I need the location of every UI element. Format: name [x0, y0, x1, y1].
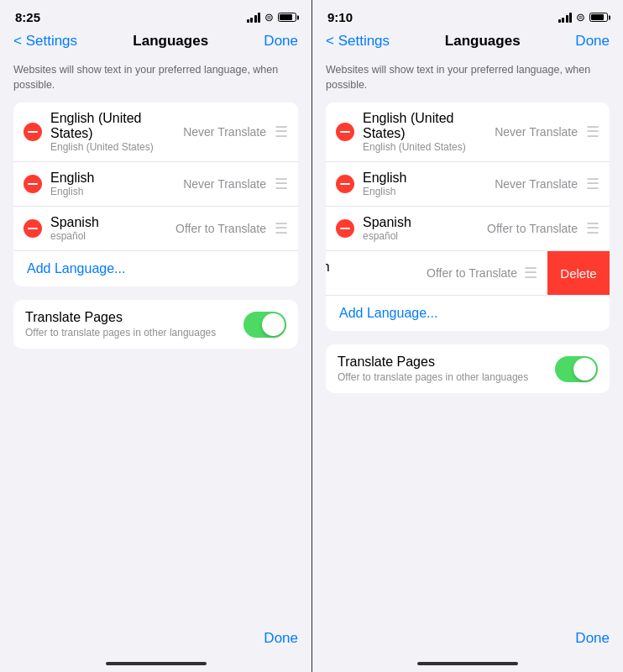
minus-button-left-0[interactable]: [24, 123, 42, 141]
translate-toggle-right[interactable]: [555, 356, 598, 382]
lang-subtitle-right-0: English (United States): [363, 141, 495, 153]
description-right: Websites will show text in your preferre…: [312, 56, 623, 102]
minus-button-right-2[interactable]: [336, 219, 354, 238]
languages-list-left: English (United States) English (United …: [13, 102, 298, 286]
drag-handle-right-2[interactable]: ☰: [586, 219, 599, 238]
french-item[interactable]: ench nçais Offer to Translate ☰: [326, 251, 547, 295]
signal-icon-right: [558, 13, 573, 23]
wifi-icon-left: ⊜: [264, 11, 274, 24]
translate-subtitle-right: Offer to translate pages in other langua…: [338, 371, 555, 383]
drag-handle-left-2[interactable]: ☰: [275, 219, 288, 238]
lang-subtitle-right-2: español: [363, 230, 487, 242]
add-language-right[interactable]: Add Language...: [326, 296, 610, 331]
signal-icon-left: [247, 13, 261, 23]
language-item-right-0[interactable]: English (United States) English (United …: [326, 102, 610, 162]
lang-action-left-1: Never Translate: [183, 177, 266, 191]
nav-bar-right: < Settings Languages Done: [312, 29, 623, 56]
lang-action-right-2: Offer to Translate: [487, 222, 578, 235]
french-item-wrapper: ench nçais Offer to Translate ☰ Delete: [326, 251, 610, 296]
translate-toggle-left[interactable]: [243, 312, 286, 338]
drag-handle-french[interactable]: ☰: [524, 264, 537, 282]
back-button-left[interactable]: < Settings: [13, 33, 77, 50]
status-icons-right: ⊜: [558, 11, 609, 24]
add-language-label-right: Add Language...: [339, 306, 437, 321]
lang-subtitle-right-1: English: [363, 186, 495, 197]
nav-title-right: Languages: [445, 33, 521, 50]
drag-handle-left-1[interactable]: ☰: [275, 175, 288, 193]
home-indicator-left: [106, 662, 207, 665]
translate-subtitle-left: Offer to translate pages in other langua…: [25, 327, 243, 339]
french-name-partial: ench: [326, 260, 427, 275]
french-sub-partial: nçais: [326, 275, 427, 286]
drag-handle-right-1[interactable]: ☰: [586, 175, 599, 193]
lang-action-right-1: Never Translate: [495, 177, 578, 191]
french-action: Offer to Translate: [427, 266, 517, 280]
lang-name-right-1: English: [363, 171, 495, 186]
lang-name-right-0: English (United States): [363, 111, 495, 141]
back-button-right[interactable]: < Settings: [326, 33, 390, 50]
lang-name-left-0: English (United States): [50, 111, 183, 141]
status-bar-right: 9:10 ⊜: [312, 0, 623, 29]
lang-subtitle-left-1: English: [50, 186, 183, 197]
lang-name-left-1: English: [50, 171, 183, 186]
battery-icon-right: [589, 13, 608, 22]
language-item-left-2[interactable]: Spanish español Offer to Translate ☰: [13, 207, 298, 251]
language-item-left-1[interactable]: English English Never Translate ☰: [13, 162, 298, 207]
status-bar-left: 8:25 ⊜: [0, 0, 312, 29]
drag-handle-right-0[interactable]: ☰: [586, 123, 599, 141]
translate-title-left: Translate Pages: [25, 310, 243, 325]
add-language-left[interactable]: Add Language...: [13, 251, 298, 286]
translate-pages-section-right: Translate Pages Offer to translate pages…: [326, 344, 610, 393]
drag-handle-left-0[interactable]: ☰: [275, 123, 288, 141]
nav-done-right[interactable]: Done: [575, 33, 610, 50]
battery-icon-left: [278, 13, 296, 22]
lang-subtitle-left-0: English (United States): [50, 141, 183, 153]
status-time-left: 8:25: [15, 10, 40, 24]
minus-button-right-1[interactable]: [336, 175, 354, 193]
minus-button-right-0[interactable]: [336, 123, 354, 141]
language-item-right-1[interactable]: English English Never Translate ☰: [326, 162, 610, 207]
lang-name-right-2: Spanish: [363, 215, 487, 230]
lang-action-right-0: Never Translate: [495, 125, 578, 139]
status-icons-left: ⊜: [247, 11, 297, 24]
bottom-done-right[interactable]: Done: [575, 630, 610, 647]
delete-button[interactable]: Delete: [547, 251, 610, 295]
lang-action-left-0: Never Translate: [183, 125, 266, 139]
bottom-done-left[interactable]: Done: [264, 630, 298, 647]
add-language-label-left: Add Language...: [27, 261, 125, 276]
languages-list-right: English (United States) English (United …: [326, 102, 610, 331]
nav-title-left: Languages: [133, 33, 208, 50]
lang-action-left-2: Offer to Translate: [175, 222, 266, 235]
home-indicator-right: [417, 662, 518, 665]
lang-name-left-2: Spanish: [50, 215, 175, 230]
wifi-icon-right: ⊜: [576, 11, 585, 24]
minus-button-left-2[interactable]: [24, 219, 42, 238]
nav-bar-left: < Settings Languages Done: [0, 29, 312, 56]
translate-title-right: Translate Pages: [338, 354, 555, 370]
lang-subtitle-left-2: español: [50, 230, 175, 242]
minus-button-left-1[interactable]: [24, 175, 42, 193]
language-item-left-0[interactable]: English (United States) English (United …: [13, 102, 298, 162]
status-time-right: 9:10: [327, 10, 353, 24]
left-panel: 8:25 ⊜ < Settings Languages Done Website…: [0, 0, 312, 672]
translate-pages-row-left: Translate Pages Offer to translate pages…: [13, 300, 298, 349]
nav-done-left[interactable]: Done: [264, 33, 298, 50]
translate-pages-section-left: Translate Pages Offer to translate pages…: [13, 300, 298, 349]
description-left: Websites will show text in your preferre…: [0, 56, 312, 102]
right-panel: 9:10 ⊜ < Settings Languages Done Website…: [312, 0, 623, 672]
translate-pages-row-right: Translate Pages Offer to translate pages…: [326, 344, 610, 393]
language-item-right-2[interactable]: Spanish español Offer to Translate ☰: [326, 207, 610, 251]
